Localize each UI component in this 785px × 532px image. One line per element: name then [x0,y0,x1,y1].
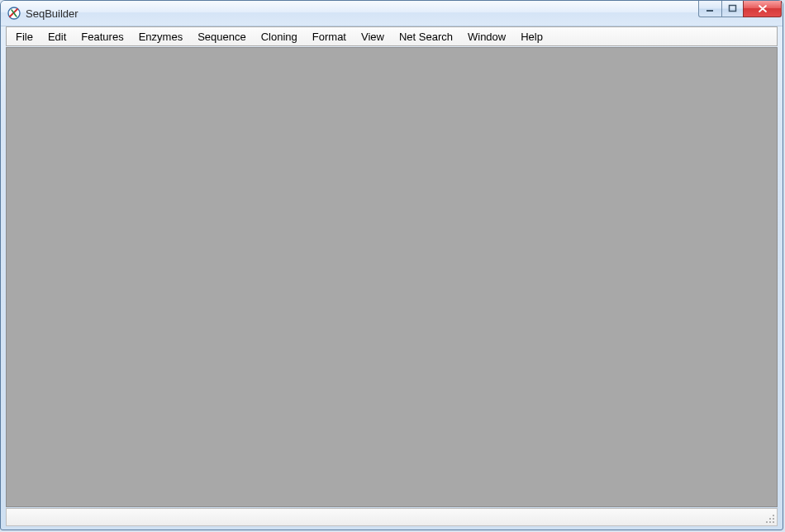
maximize-button[interactable] [721,1,744,17]
svg-point-4 [769,518,771,520]
close-button[interactable] [743,1,782,17]
svg-point-6 [766,521,768,523]
menu-sequence[interactable]: Sequence [190,29,254,45]
menu-edit[interactable]: Edit [40,29,74,45]
svg-point-5 [773,518,774,520]
statusbar [6,508,778,526]
menu-help[interactable]: Help [513,29,550,45]
minimize-button[interactable] [698,1,722,17]
menu-cloning[interactable]: Cloning [254,29,305,45]
menu-format[interactable]: Format [305,29,354,45]
menubar: File Edit Features Enzymes Sequence Clon… [6,26,778,46]
svg-rect-1 [706,10,713,12]
menu-enzymes[interactable]: Enzymes [131,29,190,45]
menu-net-search[interactable]: Net Search [392,29,460,45]
menu-file[interactable]: File [8,29,40,45]
window-title: SeqBuilder [26,7,699,20]
svg-rect-2 [730,6,736,12]
app-window: SeqBuilder File Edit Features Enzymes [0,0,783,530]
window-controls [699,1,782,26]
resize-grip-icon[interactable] [765,514,775,524]
svg-point-7 [769,521,771,523]
titlebar[interactable]: SeqBuilder [1,1,783,26]
menu-features[interactable]: Features [74,29,131,45]
app-icon [7,7,21,20]
svg-point-8 [773,521,774,523]
svg-point-3 [773,515,774,516]
menu-view[interactable]: View [354,29,392,45]
mdi-client-area [6,47,778,507]
menu-window[interactable]: Window [460,29,513,45]
